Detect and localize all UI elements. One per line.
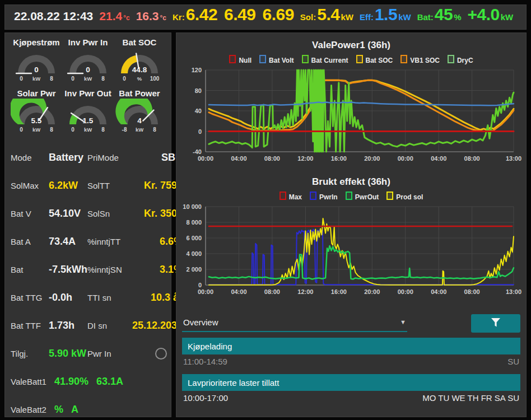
svg-text:40: 40: [195, 108, 202, 114]
gauge-title: Kjøpestrøm: [11, 38, 62, 47]
legend-item-null[interactable]: Null: [229, 55, 251, 64]
gauge-kj-pestr-m: Kjøpestrøm0kW08: [11, 38, 62, 86]
scheduler-section: Overview ▼ Kjøpelading11:00-14:59SULavpr…: [182, 314, 520, 405]
stat-label-di-sn: DI sn: [87, 321, 132, 330]
filter-icon: [490, 318, 501, 329]
svg-text:08:00: 08:00: [264, 155, 280, 162]
svg-text:0: 0: [34, 66, 39, 74]
svg-text:kW: kW: [136, 127, 143, 133]
overview-select-value: Overview: [183, 318, 218, 327]
stat-value: 41.90%: [54, 376, 88, 388]
legend-item-prod-sol[interactable]: Prod sol: [386, 192, 423, 201]
legend-label: Bat SOC: [366, 57, 393, 64]
svg-text:04:00: 04:00: [431, 288, 446, 295]
legend-item-bat-soc[interactable]: Bat SOC: [356, 55, 393, 64]
price-later: 6.69: [262, 5, 294, 24]
event-days: MO TU WE TH FR SA SU: [422, 393, 519, 405]
svg-text:80: 80: [195, 87, 202, 94]
power-in-indicator-icon: [155, 348, 167, 360]
stat-label-bat-ttf: Bat TTF: [11, 321, 45, 330]
svg-text:120: 120: [192, 67, 202, 73]
legend-swatch: [302, 55, 309, 63]
temp-indoor: 16.3°c: [136, 10, 166, 23]
overview-select[interactable]: Overview ▼: [182, 315, 407, 332]
legend-item-pwrout[interactable]: PwrOut: [346, 192, 379, 201]
legend-label: PwrIn: [319, 193, 338, 201]
charts-area: ValePower1 (36h)NullBat VoltBat CurrentB…: [178, 40, 525, 297]
svg-text:8: 8: [50, 127, 53, 133]
stat-label-tti-sn: TTI sn: [87, 293, 132, 302]
stat-value: %: [54, 404, 63, 416]
svg-text:0: 0: [198, 282, 202, 288]
stat-value-bat: -7.5kWh: [45, 264, 87, 276]
svg-text:04:00: 04:00: [431, 155, 446, 162]
stat-label-solsn: SolSn: [87, 209, 132, 218]
chart-brukt-effekt-36h: Brukt effekt (36h)MaxPwrInPwrOutProd sol…: [178, 176, 525, 297]
legend-label: VB1 SOC: [410, 57, 440, 64]
gauge-bat-soc: Bat SOC44.8%0100: [114, 38, 165, 86]
svg-text:8: 8: [153, 127, 156, 133]
svg-text:1.5: 1.5: [83, 116, 94, 125]
event-meta: 11:00-14:59SU: [182, 354, 520, 369]
chart-legend: MaxPwrInPwrOutProd sol: [178, 192, 525, 201]
stat-value: 63.1A: [96, 376, 123, 388]
legend-label: Bat Current: [311, 57, 348, 64]
legend-item-bat-volt[interactable]: Bat Volt: [259, 55, 294, 64]
chart-valepower1-36h: ValePower1 (36h)NullBat VoltBat CurrentB…: [178, 40, 525, 164]
stat-value-bat-a: 73.4A: [45, 236, 87, 248]
legend-item-bat-current[interactable]: Bat Current: [302, 55, 348, 64]
legend-item-pwrin[interactable]: PwrIn: [310, 192, 338, 201]
gauge-title: Inv Pwr In: [62, 38, 114, 47]
stat-label-inntjsn: %inntjSN: [87, 265, 132, 274]
effect-power: Eff:1.5kW: [360, 5, 411, 24]
stat-value-bat-ttg: -0.0h: [45, 292, 87, 304]
stat-label: ValeBatt1: [11, 377, 46, 386]
svg-text:-8: -8: [122, 127, 127, 133]
svg-text:08:00: 08:00: [264, 288, 280, 295]
svg-text:kW: kW: [32, 127, 40, 133]
gauge-solar-pwr: Solar Pwr5.5kW08: [11, 88, 62, 137]
legend-label: PwrOut: [355, 193, 379, 201]
legend-item-dryc[interactable]: DryC: [448, 55, 473, 64]
datetime: 22.08.22 12:43: [14, 10, 93, 23]
price-next: 6.49: [224, 5, 255, 24]
svg-text:kW: kW: [84, 76, 92, 82]
battery-soc: Bat:45%: [417, 5, 462, 24]
stat-value-mode: Battery: [45, 152, 87, 164]
svg-text:%: %: [137, 76, 142, 82]
event-title: Lavprioriterte laster tillatt: [188, 378, 279, 388]
status-bar: 22.08.22 12:43 21.4°c 16.3°c Kr: 6.42 6.…: [4, 4, 527, 30]
event-title-bar-kj-pelading[interactable]: Kjøpelading: [182, 338, 520, 354]
gauge-title: Bat Power: [114, 88, 165, 98]
svg-text:00:00: 00:00: [398, 155, 413, 162]
stat-label-mode: Mode: [11, 153, 45, 162]
stat-value-bat-ttf: 1.73h: [45, 320, 87, 332]
price-now: 6.42: [186, 5, 217, 24]
chevron-down-icon: ▼: [400, 319, 406, 325]
price-currency-label: Kr:: [173, 12, 185, 22]
chart-title: ValePower1 (36h): [178, 40, 525, 51]
stat-label-solmax: SolMax: [11, 181, 45, 190]
chart-plot: -400408012000:0004:0008:0012:0016:0020:0…: [178, 66, 525, 164]
filter-button[interactable]: [471, 314, 520, 333]
svg-text:00:00: 00:00: [198, 288, 213, 295]
overview-row: Overview ▼: [182, 314, 520, 333]
svg-text:0: 0: [20, 76, 23, 82]
svg-text:0: 0: [71, 127, 74, 133]
gauge-dial: 5.5kW08: [11, 99, 62, 134]
stat-label-primode: PriMode: [87, 153, 132, 162]
gauge-dial: 0kW08: [11, 48, 62, 83]
svg-text:04:00: 04:00: [231, 155, 246, 162]
svg-text:16:00: 16:00: [331, 288, 347, 295]
stat-value-bat-v: 54.10V: [45, 208, 87, 220]
svg-text:0: 0: [198, 128, 202, 135]
event-list: Kjøpelading11:00-14:59SULavprioriterte l…: [182, 338, 520, 405]
svg-text:20:00: 20:00: [364, 155, 380, 162]
gauge-title: Bat SOC: [114, 38, 165, 47]
event-title-bar-lavprioriterte-laster-tillatt[interactable]: Lavprioriterte laster tillatt: [182, 374, 520, 391]
legend-item-max[interactable]: Max: [280, 192, 302, 201]
svg-text:44.8: 44.8: [132, 66, 147, 74]
legend-item-vb1-soc[interactable]: VB1 SOC: [400, 55, 440, 64]
legend-swatch: [400, 55, 407, 63]
svg-text:10 000: 10 000: [183, 203, 202, 210]
